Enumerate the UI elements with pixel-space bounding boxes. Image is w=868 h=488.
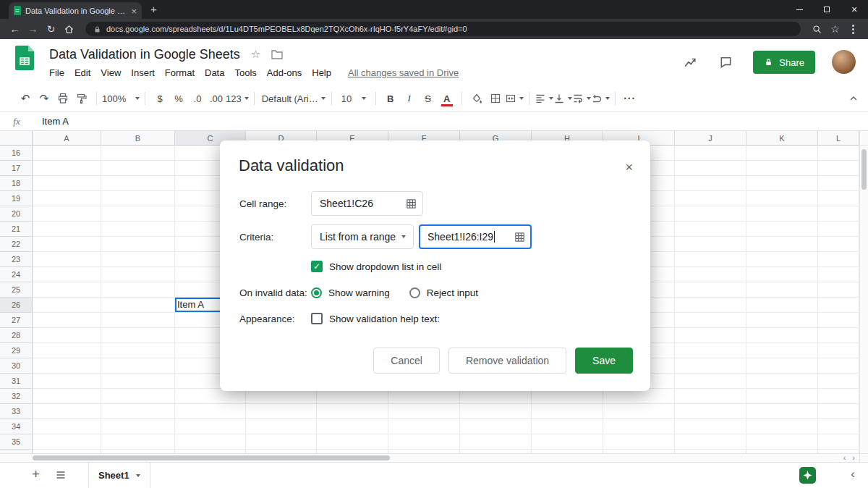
cell-K18[interactable]: [746, 176, 818, 191]
select-data-range-icon[interactable]: [406, 198, 417, 209]
cell-L19[interactable]: [818, 191, 859, 206]
cell-A16[interactable]: [33, 146, 101, 161]
row-header-33[interactable]: 33: [0, 404, 33, 419]
insights-trend-icon[interactable]: [683, 56, 697, 69]
cell-J31[interactable]: [675, 374, 746, 389]
scroll-left-icon[interactable]: [843, 453, 846, 462]
cell-J16[interactable]: [675, 146, 746, 161]
cell-D35[interactable]: [246, 434, 317, 450]
star-document-icon[interactable]: [251, 48, 260, 61]
cell-B19[interactable]: [101, 191, 175, 206]
cell-K32[interactable]: [746, 389, 818, 404]
cell-L24[interactable]: [818, 267, 859, 282]
cell-G34[interactable]: [460, 419, 532, 434]
cell-C33[interactable]: [175, 404, 246, 419]
more-formats-dropdown[interactable]: 123: [226, 90, 249, 107]
move-to-folder-icon[interactable]: [271, 49, 283, 59]
formula-input[interactable]: Item A: [33, 116, 69, 127]
cell-F35[interactable]: [388, 434, 460, 450]
forward-button[interactable]: [24, 20, 42, 38]
cell-D34[interactable]: [246, 419, 317, 434]
cell-B32[interactable]: [101, 389, 175, 404]
cell-A25[interactable]: [33, 282, 101, 298]
cell-G32[interactable]: [460, 389, 532, 404]
font-dropdown[interactable]: Default (Ari…: [260, 90, 326, 107]
column-header-L[interactable]: L: [818, 131, 859, 146]
cell-E35[interactable]: [317, 434, 388, 450]
cell-L22[interactable]: [818, 237, 859, 252]
bookmark-star-icon[interactable]: [826, 20, 844, 38]
cell-L34[interactable]: [818, 419, 859, 434]
row-header-35[interactable]: 35: [0, 434, 33, 450]
cell-A26[interactable]: [33, 298, 101, 313]
cell-J18[interactable]: [675, 176, 746, 191]
cell-J23[interactable]: [675, 252, 746, 267]
paint-format-icon[interactable]: [72, 90, 91, 107]
criteria-type-dropdown[interactable]: List from a range: [311, 224, 414, 249]
collapse-panel-icon[interactable]: [851, 467, 855, 481]
cell-J34[interactable]: [675, 419, 746, 434]
cell-A21[interactable]: [33, 222, 101, 237]
cell-K35[interactable]: [746, 434, 818, 450]
cell-L20[interactable]: [818, 206, 859, 222]
cell-K22[interactable]: [746, 237, 818, 252]
remove-validation-button[interactable]: Remove validation: [448, 348, 566, 374]
strikethrough-button[interactable]: S: [419, 90, 438, 107]
cell-C35[interactable]: [175, 434, 246, 450]
cell-K17[interactable]: [746, 161, 818, 176]
vertical-scrollbar-thumb[interactable]: [861, 149, 867, 190]
cell-A27[interactable]: [33, 313, 101, 328]
cell-L31[interactable]: [818, 374, 859, 389]
cell-J27[interactable]: [675, 313, 746, 328]
cell-B35[interactable]: [101, 434, 175, 450]
cell-J21[interactable]: [675, 222, 746, 237]
cell-I33[interactable]: [603, 404, 675, 419]
cell-A18[interactable]: [33, 176, 101, 191]
more-options-icon[interactable]: [621, 90, 639, 107]
cell-E34[interactable]: [317, 419, 388, 434]
cell-K34[interactable]: [746, 419, 818, 434]
cell-K19[interactable]: [746, 191, 818, 206]
cell-B27[interactable]: [101, 313, 175, 328]
cell-F32[interactable]: [388, 389, 460, 404]
criteria-range-input[interactable]: Sheet1!I26:I29: [419, 224, 532, 249]
cell-E32[interactable]: [317, 389, 388, 404]
cell-L16[interactable]: [818, 146, 859, 161]
borders-icon[interactable]: [486, 90, 505, 107]
cell-I34[interactable]: [603, 419, 675, 434]
cell-H34[interactable]: [532, 419, 603, 434]
cell-J30[interactable]: [675, 358, 746, 374]
cell-J24[interactable]: [675, 267, 746, 282]
cell-J35[interactable]: [675, 434, 746, 450]
cell-L32[interactable]: [818, 389, 859, 404]
horizontal-scrollbar-thumb[interactable]: [33, 455, 390, 460]
show-dropdown-checkbox[interactable]: [311, 261, 323, 272]
cell-J26[interactable]: [675, 298, 746, 313]
share-button[interactable]: Share: [753, 51, 815, 74]
cell-B22[interactable]: [101, 237, 175, 252]
fill-color-icon[interactable]: [467, 90, 486, 107]
cell-A34[interactable]: [33, 419, 101, 434]
cell-L30[interactable]: [818, 358, 859, 374]
new-tab-button[interactable]: [150, 2, 157, 17]
text-rotation-dropdown[interactable]: [591, 90, 610, 107]
cell-K33[interactable]: [746, 404, 818, 419]
cell-B18[interactable]: [101, 176, 175, 191]
cell-I35[interactable]: [603, 434, 675, 450]
back-button[interactable]: [6, 20, 24, 38]
decrease-decimals-button[interactable]: .0: [188, 90, 207, 107]
cell-L18[interactable]: [818, 176, 859, 191]
row-header-34[interactable]: 34: [0, 419, 33, 434]
cell-A20[interactable]: [33, 206, 101, 222]
cell-B24[interactable]: [101, 267, 175, 282]
cancel-button[interactable]: Cancel: [373, 348, 440, 374]
cell-L33[interactable]: [818, 404, 859, 419]
row-header-28[interactable]: 28: [0, 328, 33, 343]
reject-input-radio[interactable]: [409, 287, 420, 298]
column-header-K[interactable]: K: [746, 131, 818, 146]
cell-J28[interactable]: [675, 328, 746, 343]
undo-icon[interactable]: [16, 90, 35, 107]
cell-B16[interactable]: [101, 146, 175, 161]
all-sheets-menu-button[interactable]: [55, 469, 67, 481]
row-header-21[interactable]: 21: [0, 222, 33, 237]
